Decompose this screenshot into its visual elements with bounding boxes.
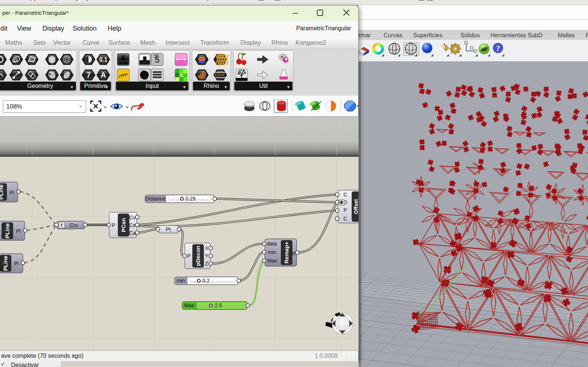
svg-text:Ce: Ce (129, 222, 136, 228)
svg-text:0.1: 0.1 (99, 56, 107, 63)
svg-text:Remap+: Remap+ (283, 241, 290, 263)
svg-text:PCen: PCen (120, 218, 127, 232)
svg-text:Pt: Pt (166, 226, 170, 232)
svg-text:P: P (187, 253, 190, 259)
svg-text:Pl: Pl (14, 261, 18, 267)
svg-text:Y: Y (205, 253, 208, 259)
svg-text:Pl: Pl (10, 190, 14, 196)
svg-text:P: P (343, 207, 347, 213)
svg-text:Ca: Ca (129, 230, 136, 236)
svg-text:C: C (0, 265, 3, 271)
svg-text:Cv: Cv (129, 215, 135, 220)
svg-text:A: A (101, 71, 106, 79)
svg-text:Max: Max (267, 258, 277, 264)
svg-text:C: C (343, 216, 347, 222)
svg-text:data: data (267, 241, 277, 247)
svg-text:0.2: 0.2 (203, 278, 210, 284)
svg-text:V: V (0, 255, 3, 261)
svg-text:P: P (112, 222, 115, 228)
svg-text:?: ? (496, 44, 500, 53)
svg-text:min: min (268, 249, 276, 255)
svg-text:7: 7 (86, 71, 90, 79)
svg-text:PLine: PLine (4, 223, 10, 239)
svg-text:Z: Z (205, 261, 208, 267)
svg-text:min: min (177, 278, 185, 284)
svg-text:✱: ✱ (340, 200, 344, 205)
svg-text:Max: Max (184, 302, 194, 308)
svg-text:pDecon: pDecon (195, 246, 201, 266)
svg-text:C: C (343, 192, 347, 198)
svg-text:2.5: 2.5 (215, 302, 222, 308)
svg-text:R: R (292, 251, 295, 257)
svg-text:PLine: PLine (0, 185, 4, 200)
svg-text:Crv: Crv (70, 222, 78, 228)
svg-text:V: V (1, 223, 5, 229)
svg-text:0.29: 0.29 (186, 196, 196, 202)
svg-text:X: X (205, 245, 208, 251)
svg-text:Distance: Distance (145, 196, 166, 202)
svg-text:Offset: Offset (353, 199, 359, 214)
svg-text:C: C (1, 233, 5, 239)
svg-text:Pl: Pl (16, 228, 21, 234)
